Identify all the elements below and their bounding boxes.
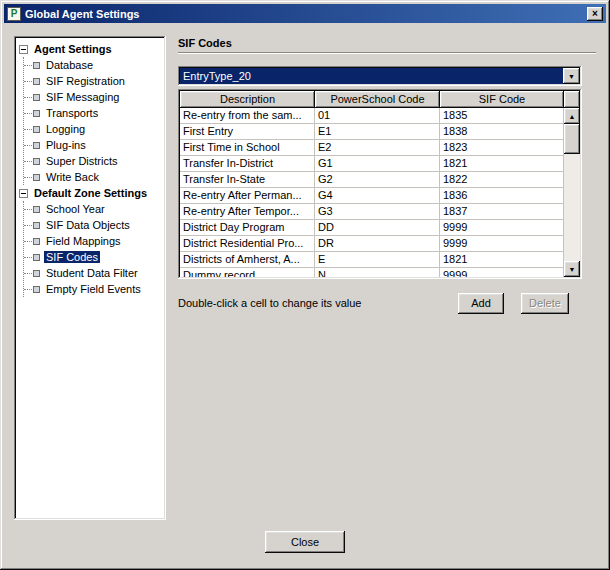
cell-description[interactable]: First Time in School xyxy=(180,140,315,156)
scroll-up-icon[interactable]: ▲ xyxy=(564,108,580,124)
cell-powerschool-code[interactable]: G4 xyxy=(315,188,440,204)
tree-node-default-zone-settings[interactable]: Default Zone Settings xyxy=(17,185,163,201)
cell-description[interactable]: Districts of Amherst, A... xyxy=(180,252,315,268)
tree-item-write-back[interactable]: Write Back xyxy=(24,169,163,185)
tree-item-transports[interactable]: Transports xyxy=(24,105,163,121)
edit-hint-text: Double-click a cell to change its value xyxy=(178,297,458,309)
cell-sif-code[interactable]: 1836 xyxy=(440,188,564,204)
table-row[interactable]: District Residential Pro... DR 9999 xyxy=(180,236,564,252)
tree-node-icon xyxy=(33,174,40,181)
cell-powerschool-code[interactable]: E xyxy=(315,252,440,268)
table-row[interactable]: Transfer In-State G2 1822 xyxy=(180,172,564,188)
cell-powerschool-code[interactable]: E1 xyxy=(315,124,440,140)
cell-powerschool-code[interactable]: G3 xyxy=(315,204,440,220)
table-row[interactable]: Re-entry After Perman... G4 1836 xyxy=(180,188,564,204)
tree-node-agent-settings[interactable]: Agent Settings xyxy=(17,41,163,57)
cell-description[interactable]: Dummy record xyxy=(180,268,315,277)
cell-sif-code[interactable]: 1837 xyxy=(440,204,564,220)
cell-sif-code[interactable]: 1822 xyxy=(440,172,564,188)
cell-powerschool-code[interactable]: N xyxy=(315,268,440,277)
scroll-down-icon[interactable]: ▼ xyxy=(564,261,580,277)
tree-item-sif-data-objects[interactable]: SIF Data Objects xyxy=(24,217,163,233)
table-row[interactable]: First Time in School E2 1823 xyxy=(180,140,564,156)
tree-section-label-agent-settings[interactable]: Agent Settings xyxy=(32,43,114,55)
table-row[interactable]: Re-entry After Tempor... G3 1837 xyxy=(180,204,564,220)
tree-item-sif-codes[interactable]: SIF Codes xyxy=(24,249,163,265)
table-body: Re-entry from the sam... 01 1835 First E… xyxy=(180,108,564,277)
window-title: Global Agent Settings xyxy=(25,8,587,20)
vertical-scrollbar[interactable]: ▲ ▼ xyxy=(564,108,580,277)
tree-item-field-mappings[interactable]: Field Mappings xyxy=(24,233,163,249)
cell-description[interactable]: Re-entry After Tempor... xyxy=(180,204,315,220)
cell-sif-code[interactable]: 1823 xyxy=(440,140,564,156)
agent-settings-children: Database SIF Registration SIF Messaging … xyxy=(23,57,163,185)
scrollbar-thumb[interactable] xyxy=(564,124,580,154)
sif-codes-table: Description PowerSchool Code SIF Code Re… xyxy=(178,89,582,279)
dropdown-selected-value[interactable]: EntryType_20 xyxy=(180,68,563,84)
tree-item-empty-field-events[interactable]: Empty Field Events xyxy=(24,281,163,297)
table-header: Description PowerSchool Code SIF Code xyxy=(180,91,580,108)
cell-description[interactable]: Re-entry from the sam... xyxy=(180,108,315,124)
close-button[interactable]: Close xyxy=(265,531,345,553)
column-header-sif-code[interactable]: SIF Code xyxy=(440,91,564,108)
tree-item-super-districts[interactable]: Super Districts xyxy=(24,153,163,169)
cell-description[interactable]: District Day Program xyxy=(180,220,315,236)
cell-powerschool-code[interactable]: G1 xyxy=(315,156,440,172)
cell-description[interactable]: Re-entry After Perman... xyxy=(180,188,315,204)
cell-powerschool-code[interactable]: DD xyxy=(315,220,440,236)
cell-powerschool-code[interactable]: E2 xyxy=(315,140,440,156)
tree-node-icon xyxy=(33,78,40,85)
cell-powerschool-code[interactable]: DR xyxy=(315,236,440,252)
entry-type-dropdown[interactable]: EntryType_20 ▼ xyxy=(178,66,582,86)
cell-sif-code[interactable]: 1821 xyxy=(440,156,564,172)
tree-item-plug-ins[interactable]: Plug-ins xyxy=(24,137,163,153)
settings-tree: Agent Settings Database SIF Registration… xyxy=(14,36,166,520)
table-row[interactable]: Districts of Amherst, A... E 1821 xyxy=(180,252,564,268)
cell-sif-code[interactable]: 9999 xyxy=(440,236,564,252)
cell-description[interactable]: District Residential Pro... xyxy=(180,236,315,252)
collapse-icon[interactable] xyxy=(19,45,28,54)
tree-node-icon xyxy=(33,94,40,101)
tree-node-icon xyxy=(33,238,40,245)
tree-item-sif-messaging[interactable]: SIF Messaging xyxy=(24,89,163,105)
cell-sif-code[interactable]: 1835 xyxy=(440,108,564,124)
tree-node-icon xyxy=(33,110,40,117)
chevron-down-icon[interactable]: ▼ xyxy=(563,68,580,84)
tree-node-icon xyxy=(33,142,40,149)
hint-row: Double-click a cell to change its value … xyxy=(178,292,582,314)
tree-item-logging[interactable]: Logging xyxy=(24,121,163,137)
tree-node-icon xyxy=(33,254,40,261)
tree-item-school-year[interactable]: School Year xyxy=(24,201,163,217)
column-header-description[interactable]: Description xyxy=(180,91,315,108)
tree-section-label-default-zone-settings[interactable]: Default Zone Settings xyxy=(32,187,149,199)
selected-tree-item[interactable]: SIF Codes xyxy=(44,251,100,263)
tree-node-icon xyxy=(33,222,40,229)
header-divider xyxy=(178,52,596,54)
cell-powerschool-code[interactable]: G2 xyxy=(315,172,440,188)
cell-description[interactable]: First Entry xyxy=(180,124,315,140)
cell-sif-code[interactable]: 1821 xyxy=(440,252,564,268)
default-zone-settings-children: School Year SIF Data Objects Field Mappi… xyxy=(23,201,163,297)
table-row[interactable]: Re-entry from the sam... 01 1835 xyxy=(180,108,564,124)
table-row[interactable]: First Entry E1 1838 xyxy=(180,124,564,140)
collapse-icon[interactable] xyxy=(19,189,28,198)
tree-item-sif-registration[interactable]: SIF Registration xyxy=(24,73,163,89)
tree-item-database[interactable]: Database xyxy=(24,57,163,73)
table-row[interactable]: District Day Program DD 9999 xyxy=(180,220,564,236)
cell-sif-code[interactable]: 9999 xyxy=(440,220,564,236)
add-button[interactable]: Add xyxy=(458,293,504,314)
cell-sif-code[interactable]: 9999 xyxy=(440,268,564,277)
cell-description[interactable]: Transfer In-State xyxy=(180,172,315,188)
cell-powerschool-code[interactable]: 01 xyxy=(315,108,440,124)
delete-button[interactable]: Delete xyxy=(521,293,569,314)
tree-item-student-data-filter[interactable]: Student Data Filter xyxy=(24,265,163,281)
table-row[interactable]: Transfer In-District G1 1821 xyxy=(180,156,564,172)
cell-sif-code[interactable]: 1838 xyxy=(440,124,564,140)
table-row[interactable]: Dummy record N 9999 xyxy=(180,268,564,277)
close-icon[interactable]: × xyxy=(587,7,603,21)
app-icon: P xyxy=(7,7,21,21)
page-title: SIF Codes xyxy=(178,37,232,49)
tree-node-icon xyxy=(33,62,40,69)
column-header-powerschool-code[interactable]: PowerSchool Code xyxy=(315,91,440,108)
cell-description[interactable]: Transfer In-District xyxy=(180,156,315,172)
